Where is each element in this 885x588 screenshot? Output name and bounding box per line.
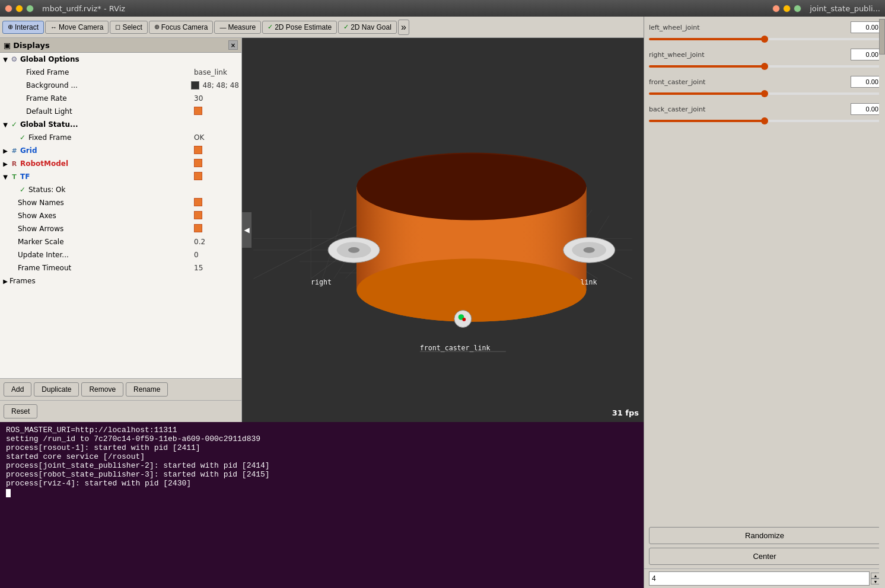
terminal-line-4: started core service [/rosout] [6, 452, 638, 461]
back-caster-label-panel: back_caster_joint [649, 106, 847, 113]
default-light-checkbox[interactable] [194, 107, 202, 115]
robot-model-checkbox[interactable] [194, 159, 241, 169]
tf-expander[interactable]: ▼ [1, 174, 9, 180]
select-icon: ◻ [115, 23, 120, 31]
front-caster-value[interactable] [851, 76, 880, 88]
show-names-item[interactable]: Show Names [0, 196, 241, 209]
close-button[interactable] [5, 5, 12, 12]
fixed-frame-status-item[interactable]: ✓ Fixed Frame OK [0, 131, 241, 144]
tf-checkbox[interactable] [194, 172, 241, 182]
right-wheel-slider-container[interactable] [649, 63, 880, 70]
right-wheel-joint-section: right_wheel_joint [649, 49, 880, 70]
back-caster-value[interactable] [851, 103, 880, 115]
right-maximize-button[interactable] [794, 5, 801, 12]
measure-button[interactable]: — Measure [214, 21, 261, 34]
front-caster-joint-section: front_caster_joint [649, 76, 880, 97]
right-wheel-label: right_wheel_joint [649, 51, 847, 59]
focus-camera-button[interactable]: ⊕ Focus Camera [149, 21, 214, 34]
displays-close-btn[interactable]: × [228, 40, 238, 50]
joint-list: left_wheel_joint right_wheel_joint [644, 17, 885, 523]
marker-scale-item[interactable]: Marker Scale 0.2 [0, 235, 241, 248]
grid-expander[interactable]: ▶ [1, 148, 9, 154]
window-controls[interactable] [5, 5, 34, 12]
show-axes-item[interactable]: Show Axes [0, 209, 241, 222]
right-wheel-thumb[interactable] [761, 63, 768, 70]
show-arrows-value[interactable] [194, 224, 241, 234]
tf-status-label: Status: Ok [28, 186, 241, 194]
global-options-expander[interactable]: ▼ [1, 56, 9, 63]
maximize-button[interactable] [26, 5, 34, 12]
nav-arrow-left[interactable]: ◀ [242, 212, 252, 248]
right-scrollbar[interactable] [879, 17, 885, 523]
show-axes-checkbox[interactable] [194, 211, 202, 219]
robot-model-icon: R [9, 159, 19, 168]
spinbox-input[interactable] [649, 571, 870, 586]
grid-checkbox[interactable] [194, 146, 241, 156]
frames-item[interactable]: ▶ Frames [0, 274, 241, 287]
remove-button[interactable]: Remove [81, 382, 123, 397]
rename-button[interactable]: Rename [126, 382, 168, 397]
robot-model-enabled-checkbox[interactable] [194, 159, 202, 167]
robot-model-item[interactable]: ▶ R RobotModel [0, 157, 241, 170]
show-names-checkbox[interactable] [194, 198, 202, 206]
right-close-button[interactable] [772, 5, 780, 12]
show-axes-value[interactable] [194, 211, 241, 221]
interact-button[interactable]: ⊕ Interact [2, 21, 44, 34]
minimize-button[interactable] [15, 5, 23, 12]
default-light-item[interactable]: Default Light [0, 105, 241, 118]
robot-model-expander[interactable]: ▶ [1, 161, 9, 167]
update-inter-item[interactable]: Update Inter... 0 [0, 248, 241, 261]
right-action-buttons: Randomize Center [644, 523, 885, 568]
scrollbar-thumb[interactable] [879, 19, 885, 55]
background-color-swatch[interactable] [191, 81, 199, 90]
tf-item[interactable]: ▼ T TF [0, 170, 241, 183]
background-item[interactable]: Background ... 48; 48; 48 [0, 79, 241, 92]
duplicate-button[interactable]: Duplicate [34, 382, 79, 397]
left-wheel-value[interactable] [851, 21, 880, 33]
tf-enabled-checkbox[interactable] [194, 172, 202, 180]
viewport-area[interactable]: ◀ [242, 38, 644, 422]
left-wheel-slider-container[interactable] [649, 36, 880, 43]
svg-point-39 [583, 247, 594, 253]
global-options-item[interactable]: ▼ ⚙ Global Options [0, 53, 241, 66]
left-wheel-thumb[interactable] [761, 36, 768, 43]
nav-goal-button[interactable]: ✓ 2D Nav Goal [338, 21, 397, 34]
displays-panel: ▣ Displays × ▼ ⚙ Global Options [0, 38, 242, 422]
right-minimize-button[interactable] [783, 5, 791, 12]
right-window-controls[interactable] [772, 5, 801, 12]
back-caster-thumb[interactable] [761, 117, 768, 124]
frame-timeout-item[interactable]: Frame Timeout 15 [0, 261, 241, 274]
show-names-label: Show Names [18, 199, 194, 207]
move-camera-button[interactable]: ↔ Move Camera [45, 21, 109, 34]
frames-expander[interactable]: ▶ [1, 278, 9, 285]
spinbox-row: ▲ ▼ [644, 568, 885, 588]
pose-estimate-button[interactable]: ✓ 2D Pose Estimate [262, 21, 337, 34]
show-arrows-item[interactable]: Show Arrows [0, 222, 241, 235]
global-titlebar: mbot_urdf.rviz* - RViz joint_state_publi… [0, 0, 885, 17]
global-status-item[interactable]: ▼ ✓ Global Statu... [0, 118, 241, 131]
select-button[interactable]: ◻ Select [110, 21, 147, 34]
toolbar: ⊕ Interact ↔ Move Camera ◻ Select ⊕ Focu… [0, 17, 644, 38]
grid-item[interactable]: ▶ # Grid [0, 144, 241, 157]
terminal[interactable]: ROS_MASTER_URI=http://localhost:11311 se… [0, 422, 644, 588]
svg-point-32 [356, 154, 586, 220]
tf-status-item[interactable]: ✓ Status: Ok [0, 183, 241, 196]
right-app-title: joint_state_publi... [810, 4, 880, 13]
reset-button[interactable]: Reset [4, 404, 37, 418]
more-button[interactable]: » [398, 20, 409, 35]
show-names-value[interactable] [194, 198, 241, 208]
front-caster-slider-container[interactable] [649, 90, 880, 97]
fixed-frame-item[interactable]: Fixed Frame base_link [0, 66, 241, 79]
show-arrows-checkbox[interactable] [194, 224, 202, 232]
frame-rate-item[interactable]: Frame Rate 30 [0, 92, 241, 105]
front-caster-thumb[interactable] [761, 90, 768, 97]
center-button[interactable]: Center [649, 548, 880, 565]
global-status-expander[interactable]: ▼ [1, 122, 9, 128]
tf-label: TF [20, 172, 194, 181]
back-caster-slider-container[interactable] [649, 117, 880, 124]
right-wheel-value[interactable] [851, 49, 880, 60]
grid-enabled-checkbox[interactable] [194, 146, 202, 154]
add-button[interactable]: Add [4, 382, 31, 397]
randomize-button[interactable]: Randomize [649, 527, 880, 544]
frame-rate-label: Frame Rate [26, 94, 194, 103]
